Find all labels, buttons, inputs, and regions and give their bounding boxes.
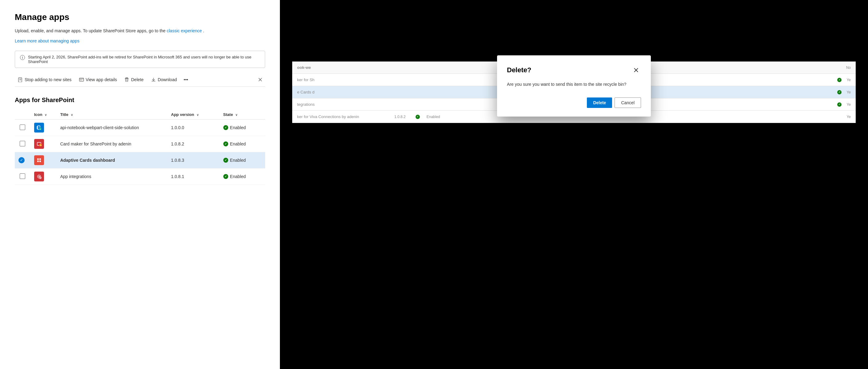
- svg-rect-25: [39, 158, 41, 160]
- dialog-body-text: Are you sure you want to send this item …: [507, 82, 626, 87]
- svg-rect-6: [126, 78, 128, 78]
- svg-rect-24: [37, 158, 39, 160]
- svg-rect-3: [80, 78, 84, 81]
- row-icon-cell: N: [30, 120, 57, 136]
- state-badge: Enabled: [223, 158, 261, 163]
- state-enabled-icon: [223, 158, 228, 163]
- toolbar: Stop adding to new sites View app detail…: [15, 75, 265, 87]
- state-enabled-icon: [223, 174, 228, 179]
- row-checkbox-cell-selected[interactable]: ✓: [15, 152, 30, 168]
- stop-adding-label: Stop adding to new sites: [25, 77, 72, 82]
- bg-state-label: Ye: [846, 78, 851, 82]
- checkbox-empty: [20, 174, 25, 179]
- state-badge: Enabled: [223, 174, 261, 179]
- bg-state-icon: [837, 90, 841, 94]
- left-panel: Manage apps Upload, enable, and manage a…: [0, 0, 280, 369]
- download-button[interactable]: Download: [148, 75, 180, 84]
- row-checkbox-cell[interactable]: [15, 136, 30, 152]
- toolbar-close-button[interactable]: [255, 75, 265, 84]
- row-state-cell: Enabled: [220, 136, 265, 152]
- checkbox-empty: [20, 125, 25, 130]
- bg-col-text: No: [846, 65, 851, 70]
- row-version-text: 1.0.8.2: [171, 142, 184, 146]
- download-icon: [151, 77, 156, 82]
- bg-extra: Ye: [846, 115, 851, 119]
- bg-state-icon: [837, 102, 841, 107]
- th-state[interactable]: State ∨: [220, 110, 265, 120]
- row-icon-cell: [30, 152, 57, 168]
- svg-rect-7: [125, 78, 129, 79]
- info-banner: i Starting April 2, 2026, SharePoint add…: [15, 51, 265, 68]
- delete-dialog: Delete? Are you sure you want to send th…: [497, 55, 651, 117]
- section-title: Apps for SharePoint: [15, 97, 265, 104]
- row-version-cell: 1.0.8.1: [167, 168, 220, 185]
- state-text: Enabled: [230, 125, 246, 130]
- more-options-button[interactable]: •••: [181, 75, 191, 84]
- dialog-close-button[interactable]: [631, 65, 641, 75]
- delete-icon: [124, 77, 129, 82]
- bg-state-label: Enabled: [427, 115, 440, 119]
- state-badge: Enabled: [223, 142, 261, 146]
- state-enabled-icon: [223, 142, 228, 146]
- row-version-cell: 1.0.0.0: [167, 120, 220, 136]
- learn-more-link[interactable]: Learn more about managing apps: [15, 38, 80, 43]
- th-title[interactable]: Title ∨: [57, 110, 167, 120]
- dialog-cancel-button[interactable]: Cancel: [615, 97, 641, 108]
- row-version-text: 1.0.8.3: [171, 158, 184, 163]
- th-checkbox: [15, 110, 30, 120]
- th-version[interactable]: App version ∨: [167, 110, 220, 120]
- subtitle: Upload, enable, and manage apps. To upda…: [15, 28, 265, 34]
- state-text: Enabled: [230, 174, 246, 179]
- table-row[interactable]: N api-notebook-webpart-client-side-solut…: [15, 120, 265, 136]
- row-title-cell: App integrations: [57, 168, 167, 185]
- close-x-icon: [634, 68, 638, 72]
- row-icon-cell: ✎: [30, 136, 57, 152]
- svg-text:N: N: [40, 128, 41, 130]
- bg-state-icon: [837, 78, 841, 82]
- row-selected-checkbox: ✓: [19, 157, 25, 163]
- bg-version: 1.0.8.2: [394, 115, 406, 119]
- table-row[interactable]: ✎ Card maker for SharePoint by adenin 1.…: [15, 136, 265, 152]
- row-checkbox-cell[interactable]: [15, 120, 30, 136]
- app-icon-card: ✎: [34, 139, 44, 149]
- info-icon: i: [20, 55, 25, 60]
- state-text: Enabled: [230, 158, 246, 163]
- bg-row-text: ook-we: [297, 65, 346, 70]
- dialog-header: Delete?: [507, 65, 641, 75]
- app-icon-integrations: ⚙: [34, 172, 44, 181]
- row-icon-cell: ⚙: [30, 168, 57, 185]
- row-version-text: 1.0.8.1: [171, 174, 184, 179]
- table-row-selected[interactable]: ✓ Adaptive Cards das: [15, 152, 265, 168]
- th-icon[interactable]: Icon ∨: [30, 110, 57, 120]
- row-state-cell: Enabled: [220, 168, 265, 185]
- view-app-details-label: View app details: [86, 77, 117, 82]
- row-state-cell: Enabled: [220, 152, 265, 168]
- row-version-cell: 1.0.8.2: [167, 136, 220, 152]
- dialog-delete-confirm-button[interactable]: Delete: [587, 97, 612, 108]
- download-label: Download: [158, 77, 177, 82]
- view-app-details-button[interactable]: View app details: [76, 75, 120, 84]
- right-panel: ook-we No ker for Sh Ye e Cards d Ye teg…: [280, 0, 868, 369]
- close-icon: [258, 77, 263, 82]
- row-title-cell: api-notebook-webpart-client-side-solutio…: [57, 120, 167, 136]
- app-icon-adaptive: [34, 155, 44, 165]
- row-title-text: App integrations: [60, 174, 91, 179]
- state-enabled-icon: [223, 125, 228, 130]
- svg-rect-26: [37, 160, 39, 162]
- stop-adding-button[interactable]: Stop adding to new sites: [15, 75, 75, 84]
- delete-label: Delete: [131, 77, 143, 82]
- svg-text:✎: ✎: [40, 145, 41, 146]
- bg-row-text: tegrations: [297, 102, 346, 107]
- classic-experience-link[interactable]: classic experience: [167, 28, 202, 33]
- app-icon-notebook: N: [34, 123, 44, 132]
- row-checkbox-cell[interactable]: [15, 168, 30, 185]
- version-sort-arrow: ∨: [196, 113, 199, 117]
- row-state-cell: Enabled: [220, 120, 265, 136]
- delete-button[interactable]: Delete: [121, 75, 147, 84]
- row-title-text-bold: Adaptive Cards dashboard: [60, 158, 115, 163]
- checkmark-icon: ✓: [20, 158, 23, 162]
- table-row[interactable]: ⚙ App integrations 1.0.8.1 Enabled: [15, 168, 265, 185]
- bg-state-icon: [415, 115, 420, 119]
- info-banner-text: Starting April 2, 2026, SharePoint add-i…: [28, 55, 260, 64]
- state-sort-arrow: ∨: [235, 113, 238, 117]
